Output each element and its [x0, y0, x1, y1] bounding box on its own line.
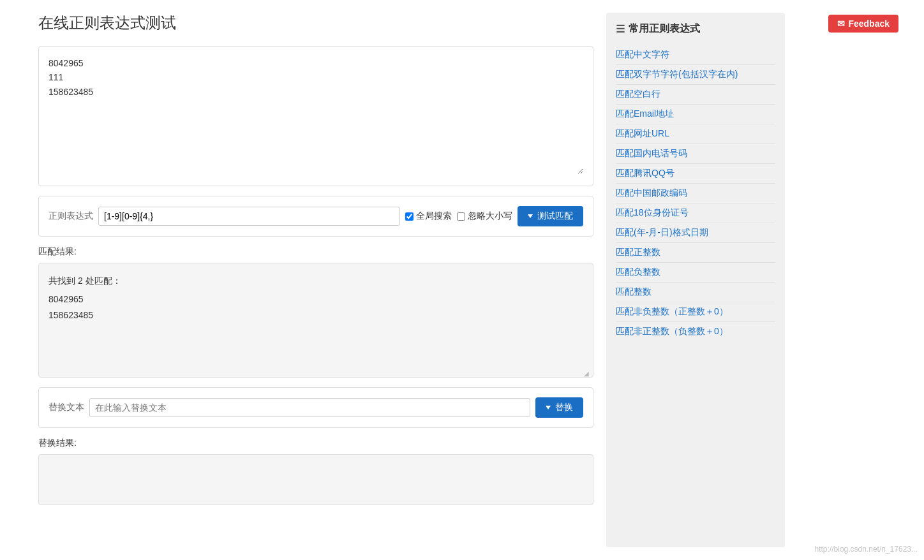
sidebar-links: 匹配中文字符 匹配双字节字符(包括汉字在内) 匹配空白行 匹配Email地址 匹…	[616, 45, 775, 341]
list-item: 匹配空白行	[616, 85, 775, 105]
sidebar: ☰ 常用正则表达式 匹配中文字符 匹配双字节字符(包括汉字在内) 匹配空白行 匹…	[606, 13, 785, 547]
link-non-positive-int[interactable]: 匹配非正整数（负整数＋0）	[616, 326, 728, 336]
link-blank-line[interactable]: 匹配空白行	[616, 89, 660, 99]
list-item: 匹配中文字符	[616, 45, 775, 65]
replace-section: 替换文本 替换	[38, 387, 593, 428]
list-item: 匹配腾讯QQ号	[616, 164, 775, 184]
link-qq[interactable]: 匹配腾讯QQ号	[616, 168, 674, 178]
test-input-section: 8042965 111 158623485	[38, 46, 593, 186]
match-result-label: 匹配结果:	[38, 246, 593, 258]
match-item-2: 158623485	[48, 307, 583, 323]
list-item: 匹配(年-月-日)格式日期	[616, 223, 775, 243]
list-item: 匹配整数	[616, 283, 775, 302]
test-match-button[interactable]: 测试匹配	[518, 206, 583, 226]
replace-text-label: 替换文本	[48, 402, 84, 413]
list-item: 匹配中国邮政编码	[616, 184, 775, 203]
sidebar-title: ☰ 常用正则表达式	[616, 22, 775, 36]
replace-result-label: 替换结果:	[38, 438, 593, 449]
link-postal-code[interactable]: 匹配中国邮政编码	[616, 188, 687, 198]
ignore-case-checkbox-label[interactable]: 忽略大小写	[457, 210, 512, 222]
replace-button-label: 替换	[555, 402, 573, 413]
ignore-case-label: 忽略大小写	[468, 210, 512, 222]
list-item: 匹配正整数	[616, 243, 775, 263]
ignore-case-checkbox[interactable]	[457, 212, 465, 221]
regex-input[interactable]	[98, 207, 400, 226]
test-input-textarea[interactable]: 8042965 111 158623485	[48, 56, 583, 174]
page-title: 在线正则表达式测试	[38, 13, 593, 33]
link-id-card[interactable]: 匹配18位身份证号	[616, 207, 689, 217]
global-search-label: 全局搜索	[416, 210, 452, 222]
list-item: 匹配网址URL	[616, 124, 775, 144]
regex-section: 正则表达式 全局搜索 忽略大小写 测试匹配	[38, 196, 593, 237]
link-date[interactable]: 匹配(年-月-日)格式日期	[616, 227, 708, 237]
page-wrapper: 在线正则表达式测试 8042965 111 158623485 正则表达式 全局…	[0, 0, 924, 560]
main-content: 在线正则表达式测试 8042965 111 158623485 正则表达式 全局…	[38, 13, 593, 547]
list-item: 匹配国内电话号码	[616, 144, 775, 164]
link-negative-int[interactable]: 匹配负整数	[616, 267, 660, 277]
list-item: 匹配Email地址	[616, 105, 775, 124]
list-item: 匹配非负整数（正整数＋0）	[616, 302, 775, 322]
match-summary: 共找到 2 处匹配：	[48, 273, 583, 289]
match-item-1: 8042965	[48, 291, 583, 307]
link-url[interactable]: 匹配网址URL	[616, 128, 669, 138]
list-item: 匹配负整数	[616, 263, 775, 283]
replace-input[interactable]	[89, 398, 530, 417]
regex-label: 正则表达式	[48, 210, 93, 222]
link-phone[interactable]: 匹配国内电话号码	[616, 148, 687, 158]
link-chinese-chars[interactable]: 匹配中文字符	[616, 49, 669, 59]
match-result-box: 共找到 2 处匹配： 8042965 158623485 ◢	[38, 263, 593, 378]
feedback-icon: ✉	[837, 18, 845, 29]
chevron-down-icon	[528, 214, 533, 218]
list-item: 匹配18位身份证号	[616, 203, 775, 223]
feedback-label: Feedback	[848, 18, 890, 29]
chevron-down-replace-icon	[546, 406, 551, 409]
sidebar-title-text: 常用正则表达式	[629, 22, 700, 36]
watermark: http://blog.csdn.net/n_17623...	[815, 545, 918, 554]
link-non-negative-int[interactable]: 匹配非负整数（正整数＋0）	[616, 306, 728, 316]
link-email[interactable]: 匹配Email地址	[616, 108, 674, 119]
global-search-checkbox-label[interactable]: 全局搜索	[405, 210, 452, 222]
list-item: 匹配非正整数（负整数＋0）	[616, 322, 775, 341]
resize-handle: ◢	[584, 368, 592, 376]
replace-button[interactable]: 替换	[535, 397, 583, 418]
feedback-button[interactable]: ✉ Feedback	[828, 15, 898, 33]
global-search-checkbox[interactable]	[405, 212, 414, 221]
link-integer[interactable]: 匹配整数	[616, 286, 652, 297]
link-positive-int[interactable]: 匹配正整数	[616, 247, 660, 257]
list-item: 匹配双字节字符(包括汉字在内)	[616, 65, 775, 85]
replace-result-box	[38, 454, 593, 505]
test-match-label: 测试匹配	[537, 210, 573, 222]
link-double-byte[interactable]: 匹配双字节字符(包括汉字在内)	[616, 69, 738, 79]
sidebar-title-icon: ☰	[616, 23, 625, 35]
